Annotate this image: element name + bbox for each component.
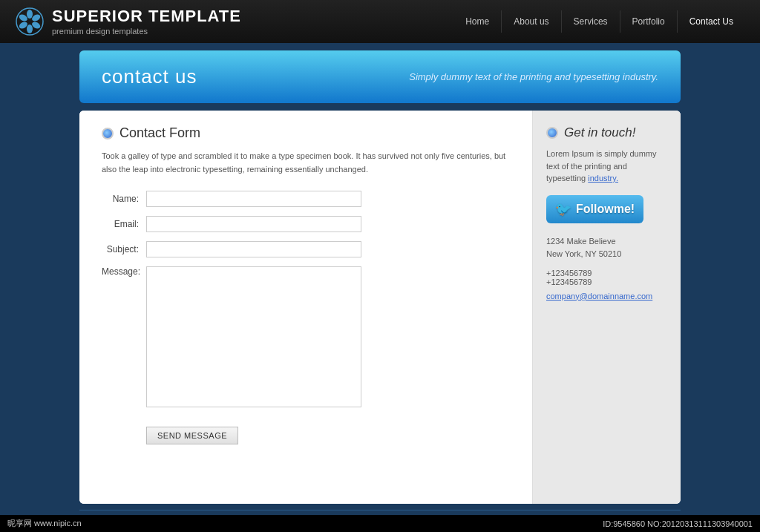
name-label: Name: [102,194,146,204]
right-intro-text: Lorem Ipsum is simply dummy text of the … [546,148,667,185]
right-section-title: Get in touch! [564,125,635,140]
industry-link[interactable]: industry. [588,174,618,183]
name-row: Name: [102,191,510,207]
email-row: Email: [102,216,510,232]
address-line2: New York, NY 50210 [546,248,667,261]
brand-name: SUPERIOR TEMPLATE [52,7,241,26]
main-content: Contact Form Took a galley of type and s… [79,111,681,504]
address-block: 1234 Make Believe New York, NY 50210 [546,235,667,261]
subject-label: Subject: [102,244,146,254]
svg-point-1 [27,10,33,19]
banner-subtitle: Simply dummy text of the printing and ty… [409,71,658,82]
navigation: Home About us Services Portfolio Contact… [453,10,745,33]
send-button[interactable]: SEND MESSAGE [146,427,238,444]
contact-form: Name: Email: Subject: Message: SEND MESS… [102,191,510,444]
get-in-touch-section: Get in touch! Lorem Ipsum is simply dumm… [532,111,681,504]
phone-number-2: +123456789 [546,278,667,286]
bird-icon: 🐦 [555,201,571,217]
brand-tagline: premium design templates [52,27,148,36]
contact-form-section: Contact Form Took a galley of type and s… [79,111,532,504]
page-banner: contact us Simply dummy text of the prin… [79,50,681,103]
section-bullet-icon [102,128,114,139]
logo-icon [15,7,45,36]
right-section-header: Get in touch! [546,125,667,140]
form-section-title: Contact Form [119,125,200,141]
email-input[interactable] [146,216,361,232]
brand-text: SUPERIOR TEMPLATE premium design templat… [52,7,241,36]
nav-portfolio[interactable]: Portfolio [620,10,677,33]
subject-row: Subject: [102,241,510,257]
message-row: Message: [102,266,510,407]
logo-area: SUPERIOR TEMPLATE premium design templat… [15,7,241,36]
nav-contact[interactable]: Contact Us [677,10,745,33]
watermark-left: 昵享网 www.nipic.cn [7,518,82,529]
watermark-bar: 昵享网 www.nipic.cn ID:9545860 NO:201203131… [0,515,760,531]
banner-title: contact us [102,65,197,88]
watermark-right: ID:9545860 NO:20120313111303940001 [603,519,753,528]
follow-label: Followme! [576,203,635,216]
email-link[interactable]: company@domainname.com [546,292,652,301]
email-label: Email: [102,219,146,229]
form-intro-text: Took a galley of type and scrambled it t… [102,150,510,176]
nav-services[interactable]: Services [561,10,620,33]
message-label: Message: [102,266,146,277]
name-input[interactable] [146,191,361,207]
subject-input[interactable] [146,241,361,257]
address-line1: 1234 Make Believe [546,235,667,249]
follow-me-badge[interactable]: 🐦 Followme! [546,195,643,223]
form-section-header: Contact Form [102,125,510,141]
nav-home[interactable]: Home [453,10,501,33]
right-bullet-icon [546,127,558,139]
header: SUPERIOR TEMPLATE premium design templat… [0,0,760,43]
svg-point-4 [27,24,33,33]
nav-about[interactable]: About us [501,10,560,33]
message-textarea[interactable] [146,266,361,407]
phone-number-1: +123456789 [546,269,667,278]
